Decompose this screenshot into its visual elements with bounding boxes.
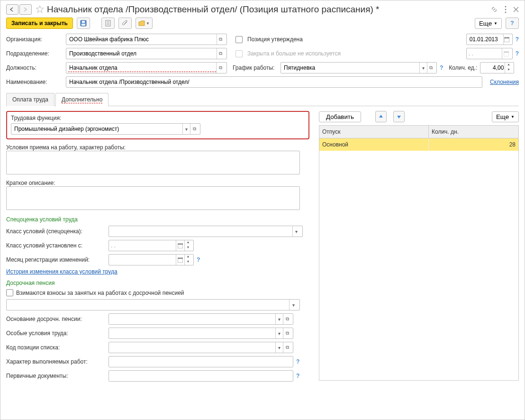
more-button-top[interactable]: Еще▼ [475, 18, 502, 29]
short-desc-textarea[interactable] [6, 186, 300, 210]
primary-docs-input[interactable] [109, 370, 293, 382]
dropdown-icon[interactable]: ▾ [292, 226, 300, 237]
declensions-link[interactable]: Склонения [490, 79, 519, 85]
list-code-input[interactable]: ▾⧉ [109, 342, 293, 353]
date-to-input: . . [466, 48, 513, 59]
pension-type-input[interactable]: ▾ [6, 299, 300, 310]
svg-point-0 [505, 6, 507, 8]
move-down-button[interactable] [393, 111, 405, 122]
list-code-label: Код позиции списка: [6, 344, 106, 351]
help-primary-docs[interactable]: ? [296, 373, 299, 379]
spec-title: Спецоценка условий труда [6, 216, 309, 223]
class-input[interactable]: ▾ [109, 226, 303, 237]
open-icon[interactable]: ⧉ [217, 34, 225, 45]
calendar-icon[interactable] [176, 240, 184, 251]
attachment-button[interactable] [118, 18, 132, 29]
window-title: Начальник отдела /Производственный отдел… [47, 4, 490, 15]
nav-back-button[interactable] [6, 4, 18, 15]
spin-down[interactable]: ▼ [185, 246, 191, 251]
hire-cond-textarea[interactable] [6, 151, 300, 174]
pension-check-label: Взимаются взносы за занятых на работах с… [16, 290, 184, 296]
dropdown-icon[interactable]: ▾ [289, 300, 298, 310]
kebab-menu-icon[interactable] [505, 6, 507, 13]
help-work-nature[interactable]: ? [296, 358, 299, 365]
approved-checkbox[interactable] [235, 36, 243, 43]
month-reg-label: Месяц регистрации изменений: [6, 256, 106, 263]
date-from-input[interactable] [466, 34, 513, 45]
cell-vacation-days: 28 [429, 138, 518, 151]
open-icon[interactable]: ⧉ [427, 63, 434, 73]
help-button-top[interactable]: ? [506, 18, 519, 29]
closed-checkbox [235, 50, 243, 57]
spin-down[interactable]: ▼ [185, 260, 191, 265]
pension-basis-input[interactable]: ▾⧉ [109, 313, 293, 325]
open-icon[interactable]: ⧉ [283, 314, 291, 324]
class-date-input[interactable]: . . ▲▼ [109, 240, 194, 251]
calendar-icon[interactable] [503, 34, 510, 45]
svg-rect-13 [504, 52, 509, 53]
dropdown-icon[interactable]: ▾ [275, 342, 283, 353]
qty-label: Колич. ед.: [449, 64, 477, 71]
labor-func-input[interactable]: ▾ ⧉ [11, 123, 200, 135]
dept-label: Подразделение: [6, 50, 63, 57]
dropdown-icon[interactable]: ▾ [182, 124, 190, 134]
name-input[interactable] [66, 76, 482, 88]
dropdown-icon[interactable]: ▾ [275, 314, 283, 324]
dept-input[interactable]: ⧉ [66, 48, 227, 59]
open-icon[interactable]: ⧉ [216, 63, 225, 73]
document-button[interactable] [101, 18, 115, 29]
calendar-icon [502, 48, 510, 59]
org-label: Организация: [6, 36, 63, 43]
calendar-icon[interactable] [176, 255, 184, 265]
close-icon[interactable] [513, 7, 519, 12]
tab-pay[interactable]: Оплата труда [6, 93, 54, 106]
approved-label: Позиция утверждена [247, 36, 303, 43]
pension-title: Досрочная пенсия [6, 280, 309, 286]
dropdown-icon[interactable]: ▾ [275, 328, 283, 338]
move-up-button[interactable] [375, 111, 387, 122]
open-icon[interactable]: ⧉ [283, 328, 291, 338]
svg-rect-11 [504, 37, 509, 38]
table-row[interactable]: Основной 28 [319, 138, 518, 151]
help-date-from[interactable]: ? [516, 36, 519, 43]
help-month-reg[interactable]: ? [197, 256, 200, 263]
favorite-star-icon[interactable] [35, 4, 45, 15]
more-button-table[interactable]: Еще▼ [492, 111, 519, 122]
folder-dropdown-button[interactable]: ▼ [136, 18, 153, 29]
org-input[interactable]: ⧉ [66, 34, 227, 45]
vacation-table: Отпуск Колич. дн. Основной 28 [319, 125, 519, 381]
position-input[interactable]: ⧉ [66, 62, 227, 73]
link-icon[interactable] [490, 6, 498, 13]
hire-cond-label: Условия приема на работу, характер работ… [6, 144, 309, 151]
history-link[interactable]: История изменения класса условий труда [6, 268, 118, 275]
schedule-label: График работы: [233, 64, 278, 71]
short-desc-label: Краткое описание: [6, 180, 309, 186]
spin-up[interactable]: ▲ [185, 255, 191, 260]
month-reg-input[interactable]: ▲▼ [109, 254, 194, 265]
save-close-button[interactable]: Записать и закрыть [6, 18, 73, 29]
pension-checkbox[interactable] [6, 289, 13, 296]
schedule-input[interactable]: ▾ ⧉ [281, 62, 437, 73]
add-button[interactable]: Добавить [319, 111, 361, 122]
labor-function-group: Трудовая функция: ▾ ⧉ [6, 111, 309, 139]
open-icon[interactable]: ⧉ [283, 342, 291, 353]
spin-down[interactable]: ▼ [505, 68, 512, 73]
work-nature-input[interactable] [109, 356, 293, 367]
svg-rect-15 [178, 244, 183, 245]
spin-up[interactable]: ▲ [185, 240, 191, 246]
spin-up[interactable]: ▲ [505, 63, 512, 68]
nav-forward-button[interactable] [19, 4, 32, 15]
svg-point-1 [505, 9, 507, 10]
open-icon[interactable]: ⧉ [190, 124, 198, 134]
svg-rect-5 [82, 21, 85, 23]
col-vacation[interactable]: Отпуск [319, 126, 429, 138]
open-icon[interactable]: ⧉ [217, 48, 225, 59]
qty-input[interactable]: ▲▼ [480, 62, 514, 73]
dropdown-icon[interactable]: ▾ [419, 63, 427, 73]
special-cond-input[interactable]: ▾⧉ [109, 328, 293, 339]
help-schedule[interactable]: ? [440, 64, 443, 71]
tab-extra[interactable]: Дополнительно [55, 93, 109, 106]
save-button[interactable] [77, 18, 90, 29]
col-days[interactable]: Колич. дн. [429, 126, 518, 138]
help-date-to[interactable]: ? [516, 50, 519, 57]
